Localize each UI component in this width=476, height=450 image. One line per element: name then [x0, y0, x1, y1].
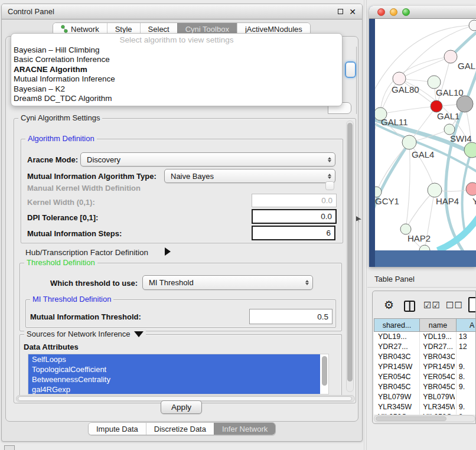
checkbox-unchecked-icon: ☐ [454, 300, 462, 310]
apply-button[interactable]: Apply [161, 400, 202, 414]
network-node-gal4[interactable] [402, 135, 416, 149]
mi-steps-field[interactable]: 6 [252, 226, 335, 240]
network-node-gal80[interactable] [393, 72, 406, 85]
tab-infer-network[interactable]: Infer Network [214, 423, 275, 435]
sources-title: Sources for Network Inference [27, 330, 131, 338]
node-label: GAL [458, 61, 475, 71]
algorithm-option[interactable]: Mutual Information Inference [11, 74, 342, 84]
table-row[interactable]: YLR345WYLR345W9. [374, 402, 475, 412]
node-label: GAL11 [381, 117, 408, 127]
network-node[interactable] [464, 142, 476, 158]
table-body[interactable]: YDL19...YDL19...13 YDR27...YDR27...12 YB… [374, 332, 475, 415]
minimize-window-icon[interactable] [390, 8, 397, 16]
minimized-panel-button[interactable] [4, 445, 15, 450]
network-node[interactable] [469, 20, 476, 31]
column-header-clipped[interactable]: A [457, 318, 476, 332]
control-panel-title: Control Panel [8, 7, 54, 16]
collapse-arrow-icon[interactable] [134, 331, 144, 337]
data-attributes-list[interactable]: SelfLoops TopologicalCoefficient Between… [28, 354, 329, 394]
mi-threshold-field[interactable]: 0.5 [249, 309, 332, 324]
list-item[interactable]: BetweennessCentrality [28, 374, 320, 384]
which-threshold-value: MI Threshold [146, 278, 194, 287]
mi-type-select[interactable]: Naive Bayes [164, 169, 335, 183]
table-panel-strip: Table Panel [367, 270, 476, 288]
algorithm-option[interactable]: Bayesian – Hill Climbing [11, 45, 342, 55]
aracne-mode-select[interactable]: Discovery [80, 152, 335, 167]
kernel-width-field[interactable]: 0.0 [252, 194, 337, 207]
algorithm-option[interactable]: Dream8 DC_TDC Algorithm [11, 94, 342, 104]
panel-divider [366, 0, 367, 450]
table-row[interactable]: YER054CYER054C8. [374, 372, 475, 382]
node-label: GCY1 [375, 196, 399, 206]
network-canvas[interactable]: GAL GAL80 GAL10 GAL1 GAL11 SWI4 GAL4 GCY… [375, 19, 476, 250]
table-row[interactable]: YBL079WYBL079W [374, 392, 475, 402]
screen: Control Panel ✕ Network Style Select Cyn… [0, 0, 476, 450]
cyni-algorithm-settings-title: Cyni Algorithm Settings [18, 113, 102, 122]
network-view-window: GAL GAL80 GAL10 GAL1 GAL11 SWI4 GAL4 GCY… [369, 6, 476, 267]
network-node[interactable] [419, 245, 430, 250]
node-label: HAP2 [407, 233, 431, 243]
obscured-groupbox-edge [356, 47, 357, 114]
table-panel-window: ⚙ ☑☑ ☐☐ shared... name A YDL19...YDL19..… [372, 291, 476, 424]
algorithm-option[interactable]: Basic Correlation Inference [11, 55, 342, 65]
network-node[interactable] [466, 182, 476, 195]
gear-icon[interactable]: ⚙ [384, 298, 394, 312]
which-threshold-select[interactable]: MI Threshold [142, 275, 313, 290]
obscured-combo-fragment [345, 61, 356, 78]
list-item[interactable]: SelfLoops [28, 354, 320, 364]
network-node-hap4[interactable] [428, 183, 442, 197]
manual-kernel-checkbox[interactable] [325, 181, 334, 190]
mi-type-value: Naive Bayes [168, 172, 214, 181]
control-panel-titlebar[interactable]: Control Panel ✕ [2, 4, 362, 19]
table-row[interactable]: YPR145WYPR145W9. [374, 362, 475, 372]
close-window-icon[interactable] [377, 8, 385, 16]
algorithm-option[interactable]: Bayesian – K2 [11, 84, 342, 94]
apply-button-label: Apply [171, 403, 191, 412]
network-node[interactable] [444, 50, 457, 63]
network-node-gal1[interactable] [431, 100, 442, 112]
node-label: GAL1 [437, 111, 459, 121]
table-row[interactable]: YDL19...YDL19...13 [374, 332, 475, 342]
list-item[interactable]: gal4RGexp [28, 384, 320, 394]
tab-impute-data[interactable]: Impute Data [89, 423, 146, 435]
network-node-gal10[interactable] [428, 76, 441, 89]
table-row[interactable]: YBR043CYBR043C [374, 352, 475, 362]
tab-network-label: Network [71, 25, 99, 34]
file-export-icon[interactable] [468, 297, 476, 312]
expand-arrow-icon[interactable] [165, 247, 171, 256]
tab-discretize-data[interactable]: Discretize Data [146, 423, 214, 435]
dpi-tolerance-label: DPI Tolerance [0,1]: [27, 213, 98, 222]
column-header-shared-name[interactable]: shared... [374, 318, 420, 332]
network-window-titlebar[interactable] [369, 6, 476, 19]
table-panel-title: Table Panel [374, 275, 415, 283]
mi-steps-label: Mutual Information Steps: [27, 229, 122, 238]
list-vscrollbar-thumb[interactable] [322, 356, 327, 386]
mi-steps-value: 6 [326, 229, 331, 237]
table-row[interactable]: YBR045CYBR045C9. [374, 382, 475, 392]
table-row[interactable]: YDR27...YDR27...12 [374, 342, 475, 352]
select-all-columns-icon[interactable]: ☑☑ [423, 300, 441, 311]
zoom-window-icon[interactable] [402, 8, 410, 16]
algorithm-option-selected[interactable]: ARACNE Algorithm [11, 64, 342, 74]
list-item[interactable]: TopologicalCoefficient [28, 364, 320, 374]
settings-vscrollbar[interactable] [346, 120, 354, 392]
column-header-name[interactable]: name [420, 318, 457, 332]
node-label: GAL10 [436, 87, 464, 97]
network-graph: GAL GAL80 GAL10 GAL1 GAL11 SWI4 GAL4 GCY… [375, 19, 476, 250]
float-panel-icon[interactable] [338, 9, 343, 14]
settings-vscrollbar-thumb[interactable] [347, 123, 353, 381]
dpi-tolerance-field[interactable]: 0.0 [252, 209, 337, 224]
table-header-row: shared... name A [374, 318, 475, 332]
combo-arrows-icon [328, 174, 331, 179]
deselect-all-columns-icon[interactable]: ☐☐ [446, 300, 463, 311]
network-node-labels: GAL GAL80 GAL10 GAL1 GAL11 SWI4 GAL4 GCY… [375, 61, 476, 243]
table-row[interactable]: YIL052CYIL052C9. [374, 412, 475, 415]
columns-icon[interactable] [404, 301, 415, 312]
network-node[interactable] [457, 96, 473, 112]
table-hscrollbar[interactable] [374, 415, 475, 422]
kernel-width-value: 0.0 [321, 196, 332, 205]
node-label: GAL80 [392, 84, 419, 94]
which-threshold-label: Which threshold to use: [50, 279, 138, 288]
table-hscrollbar-thumb[interactable] [376, 416, 446, 421]
close-panel-icon[interactable]: ✕ [349, 8, 356, 16]
